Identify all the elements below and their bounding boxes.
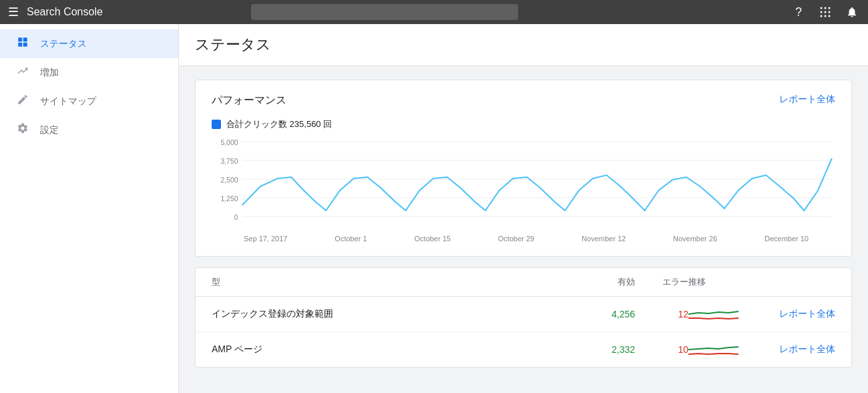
content-area: パフォーマンス レポート全体 合計クリック数 235,560 回 5,000 3… <box>179 66 868 381</box>
svg-point-1 <box>824 7 826 9</box>
col-header-trend: 推移 <box>688 276 755 288</box>
sidebar-item-sitemap[interactable]: サイトマップ <box>0 87 178 116</box>
table-row: インデックス登録の対象範囲 4,256 12 レポート全体 <box>196 297 851 332</box>
performance-card-header: パフォーマンス レポート全体 <box>212 94 835 108</box>
sidebar-item-settings[interactable]: 設定 <box>0 116 178 144</box>
sidebar: ステータス 増加 サイトマップ 設定 <box>0 24 179 393</box>
performance-report-link[interactable]: レポート全体 <box>779 94 835 106</box>
status-icon <box>16 36 29 51</box>
notification-icon[interactable] <box>844 4 860 20</box>
nav-icons: ? <box>791 4 860 20</box>
row2-trend <box>688 342 755 358</box>
svg-text:2,500: 2,500 <box>220 176 238 184</box>
legend: 合計クリック数 235,560 回 <box>212 118 835 130</box>
svg-point-7 <box>824 15 826 17</box>
menu-icon[interactable]: ☰ <box>8 5 19 19</box>
col-header-error: エラー <box>635 276 688 288</box>
chart-container: 5,000 3,750 2,500 1,250 0 <box>212 138 835 232</box>
row2-error: 10 <box>635 344 688 355</box>
svg-point-6 <box>820 15 822 17</box>
row1-error: 12 <box>635 309 688 319</box>
growth-icon <box>16 65 29 80</box>
svg-point-8 <box>828 15 830 17</box>
main-content: ステータス パフォーマンス レポート全体 合計クリック数 235,560 回 5… <box>179 24 868 393</box>
main-layout: ステータス 増加 サイトマップ 設定 <box>0 24 868 393</box>
x-label-3: October 29 <box>498 235 534 243</box>
table-row: AMP ページ 2,332 10 レポート全体 <box>196 332 851 367</box>
svg-point-3 <box>820 11 822 13</box>
row1-trend-chart <box>688 306 742 322</box>
svg-point-5 <box>828 11 830 13</box>
row1-valid: 4,256 <box>582 309 635 319</box>
sitemap-icon <box>16 94 29 109</box>
row2-valid: 2,332 <box>582 344 635 355</box>
table-header: 型 有効 エラー 推移 <box>196 268 851 297</box>
svg-text:3,750: 3,750 <box>220 158 238 165</box>
legend-box <box>212 120 221 129</box>
row2-trend-chart <box>688 342 742 358</box>
sidebar-item-label-settings: 設定 <box>40 124 59 136</box>
x-label-5: November 26 <box>673 235 717 243</box>
chart-x-labels: Sep 17, 2017 October 1 October 15 Octobe… <box>212 235 835 243</box>
row1-type: インデックス登録の対象範囲 <box>212 308 582 320</box>
page-title: ステータス <box>195 35 852 55</box>
col-header-type: 型 <box>212 276 582 288</box>
col-header-valid: 有効 <box>582 276 635 288</box>
sidebar-item-status[interactable]: ステータス <box>0 29 178 58</box>
svg-text:1,250: 1,250 <box>220 195 238 203</box>
col-header-report <box>755 276 835 288</box>
x-label-6: December 10 <box>765 235 809 243</box>
row1-trend <box>688 306 755 322</box>
row1-report[interactable]: レポート全体 <box>755 308 835 320</box>
x-label-1: October 1 <box>335 235 367 243</box>
performance-card: パフォーマンス レポート全体 合計クリック数 235,560 回 5,000 3… <box>195 80 852 257</box>
svg-point-2 <box>828 7 830 9</box>
sidebar-item-label-growth: 増加 <box>40 67 59 79</box>
row2-type: AMP ページ <box>212 344 582 356</box>
sidebar-item-label-status: ステータス <box>40 38 87 50</box>
settings-icon <box>16 122 29 138</box>
x-label-4: November 12 <box>582 235 626 243</box>
help-icon[interactable]: ? <box>791 4 807 20</box>
performance-title: パフォーマンス <box>212 94 286 108</box>
svg-point-4 <box>824 11 826 13</box>
svg-text:0: 0 <box>234 214 238 221</box>
x-label-2: October 15 <box>415 235 451 243</box>
row2-report[interactable]: レポート全体 <box>755 344 835 356</box>
coverage-table: 型 有効 エラー 推移 インデックス登録の対象範囲 4,256 12 <box>195 267 852 368</box>
apps-icon[interactable] <box>817 4 833 20</box>
legend-label: 合計クリック数 235,560 回 <box>226 118 332 130</box>
performance-chart: 5,000 3,750 2,500 1,250 0 <box>212 138 835 232</box>
svg-point-0 <box>820 7 822 9</box>
x-label-0: Sep 17, 2017 <box>244 235 287 243</box>
sidebar-item-growth[interactable]: 増加 <box>0 58 178 87</box>
app-title: Search Console <box>27 6 103 18</box>
sidebar-item-label-sitemap: サイトマップ <box>40 96 96 108</box>
page-header: ステータス <box>179 24 868 66</box>
search-bar[interactable] <box>251 4 518 20</box>
svg-text:5,000: 5,000 <box>220 139 238 146</box>
top-nav: ☰ Search Console ? <box>0 0 868 24</box>
